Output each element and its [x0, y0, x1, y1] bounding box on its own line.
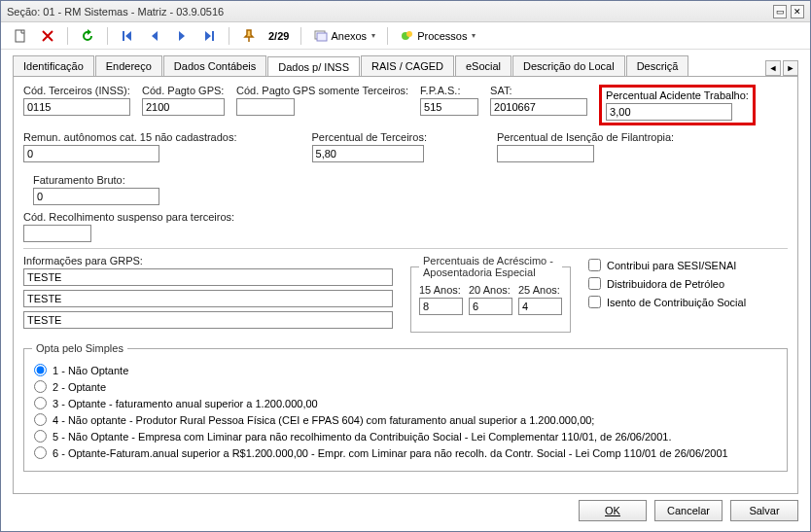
grps-input-3[interactable] — [23, 311, 393, 329]
tab-descricao-overflow[interactable]: Descriçã — [626, 55, 689, 76]
radio-simples-6[interactable] — [34, 446, 47, 459]
radio-simples-3[interactable] — [34, 397, 47, 409]
minimize-button[interactable]: ▭ — [773, 5, 787, 18]
radio-simples-1[interactable] — [34, 364, 47, 376]
tab-scroll-left[interactable]: ◄ — [765, 60, 781, 76]
window-title: Seção: 01 - RM Sistemas - Matriz - 03.9.… — [7, 6, 773, 18]
chk-isento[interactable] — [588, 296, 601, 308]
sat-input[interactable] — [490, 98, 587, 116]
cod-pagto-gps-input[interactable] — [142, 98, 225, 116]
tab-identificacao[interactable]: Identificação — [13, 55, 94, 76]
anos20-input[interactable] — [469, 298, 512, 315]
tab-rais-caged[interactable]: RAIS / CAGED — [361, 55, 454, 76]
titlebar-buttons: ▭ ✕ — [773, 5, 804, 18]
grps-input-1[interactable] — [23, 268, 393, 286]
fat-bruto-field: Faturamento Bruto: — [33, 174, 159, 205]
cod-terceiros-input[interactable] — [23, 98, 130, 116]
footer-buttons: OK Cancelar Salvar — [579, 500, 798, 521]
processos-menu[interactable]: Processos — [396, 26, 479, 46]
anos15-input[interactable] — [419, 298, 463, 315]
new-button[interactable] — [9, 26, 32, 46]
sat-field: SAT: — [490, 85, 587, 125]
tab-dados-contabeis[interactable]: Dados Contábeis — [163, 55, 266, 76]
ok-button[interactable]: OK — [579, 500, 647, 521]
record-counter: 2/29 — [264, 30, 293, 42]
cod-pagto-gps-terc-input[interactable] — [236, 98, 295, 116]
simples-group: Opta pelo Simples 1 - Não Optante 2 - Op… — [23, 342, 788, 472]
fat-bruto-input[interactable] — [33, 188, 159, 205]
titlebar: Seção: 01 - RM Sistemas - Matriz - 03.9.… — [1, 1, 810, 22]
perc-terc-field: Percentual de Terceiros: — [312, 131, 427, 162]
svg-rect-2 — [317, 33, 327, 41]
svg-point-4 — [406, 31, 412, 37]
tab-dados-inss[interactable]: Dados p/ INSS — [267, 56, 360, 77]
prev-button[interactable] — [143, 26, 166, 46]
tab-esocial[interactable]: eSocial — [455, 55, 511, 76]
remun-input[interactable] — [23, 145, 159, 162]
perc-acidente-field: Percentual Acidente Trabalho: — [599, 85, 756, 125]
tabs-row: Identificação Endereço Dados Contábeis D… — [1, 50, 810, 76]
svg-rect-0 — [16, 30, 24, 42]
close-button[interactable]: ✕ — [791, 5, 804, 18]
content-panel: Cód. Terceiros (INSS): Cód. Pagto GPS: C… — [13, 76, 798, 494]
chk-sesi[interactable] — [588, 259, 601, 271]
pin-button[interactable] — [237, 26, 261, 46]
cod-recolh-field: Cód. Recolhimento suspenso para terceiro… — [23, 211, 234, 242]
radio-simples-4[interactable] — [34, 413, 47, 426]
refresh-button[interactable] — [76, 26, 99, 46]
anexos-menu[interactable]: Anexos — [309, 26, 379, 46]
cod-recolh-input[interactable] — [23, 225, 91, 242]
next-button[interactable] — [170, 26, 194, 46]
fpas-input[interactable] — [420, 98, 478, 116]
grps-input-2[interactable] — [23, 290, 393, 307]
perc-terc-input[interactable] — [312, 145, 424, 162]
cod-pagto-gps-terc-field: Cód. Pagto GPS somente Terceiros: — [236, 85, 408, 125]
perc-isencao-field: Percentual de Isenção de Filantropia: — [497, 131, 674, 162]
last-button[interactable] — [197, 26, 221, 46]
radio-simples-2[interactable] — [34, 380, 47, 393]
cod-pagto-gps-field: Cód. Pagto GPS: — [142, 85, 225, 125]
first-button[interactable] — [116, 26, 139, 46]
tab-endereco[interactable]: Endereço — [95, 55, 162, 76]
tab-scroll-right[interactable]: ► — [783, 60, 798, 76]
salvar-button[interactable]: Salvar — [730, 500, 798, 521]
cod-terceiros-field: Cód. Terceiros (INSS): — [23, 85, 130, 125]
percentuais-aposentadoria: Percentuais de Acréscimo - Aposentadoria… — [410, 255, 571, 333]
tab-descricao-local[interactable]: Descrição do Local — [512, 55, 625, 76]
grps-group: Informações para GRPS: — [23, 255, 393, 333]
remun-field: Remun. autônomos cat. 15 não cadastrados… — [23, 131, 237, 162]
radio-simples-5[interactable] — [34, 430, 47, 443]
toolbar: 2/29 Anexos Processos — [1, 22, 810, 50]
chk-petroleo[interactable] — [588, 277, 601, 290]
perc-isencao-input[interactable] — [497, 145, 594, 162]
cancelar-button[interactable]: Cancelar — [654, 500, 723, 521]
delete-button[interactable] — [36, 26, 59, 46]
checkbox-group: Contribui para SESI/SENAI Distribuidora … — [588, 255, 746, 333]
anos25-input[interactable] — [518, 298, 562, 315]
fpas-field: F.P.A.S.: — [420, 85, 478, 125]
perc-acidente-input[interactable] — [606, 103, 732, 121]
